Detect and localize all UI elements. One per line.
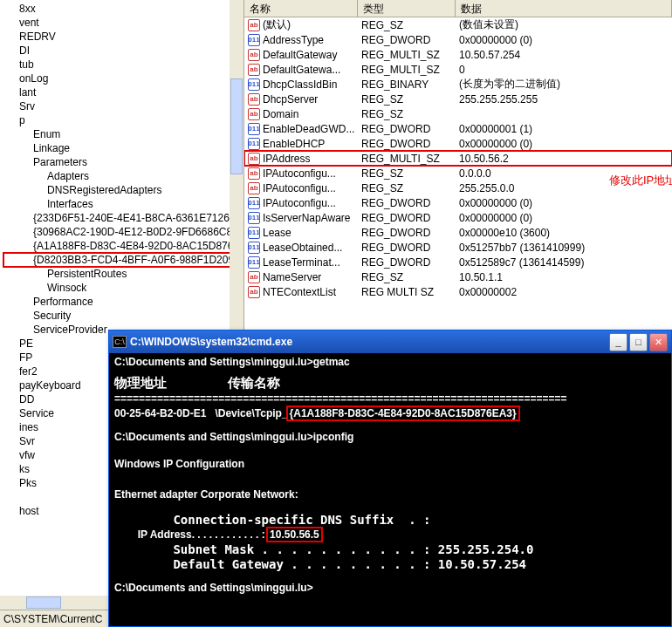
registry-value-row[interactable]: 011LeaseObtained...REG_DWORD0x51257bb7 (… (244, 240, 672, 255)
tree-item[interactable]: DNSRegisteredAdapters (3, 183, 243, 197)
value-type: REG_MULTI_SZ (358, 153, 456, 165)
string-value-icon: ab (248, 19, 260, 31)
binary-value-icon: 011 (248, 227, 260, 239)
tree-item[interactable]: DI (3, 44, 243, 58)
registry-value-row[interactable]: abIPAutoconfigu...REG_SZ255.255.0.0 (244, 181, 672, 195)
registry-value-row[interactable]: abDefaultGatewa...REG_MULTI_SZ0 (244, 62, 672, 77)
key-icon (19, 295, 33, 309)
key-icon (5, 351, 19, 365)
tree-item-label: ks (19, 462, 30, 476)
registry-value-row[interactable]: abNameServerREG_SZ10.50.1.1 (244, 269, 672, 284)
tree-item-label: Adapters (47, 169, 89, 183)
value-type: REG_SZ (358, 93, 456, 106)
tree-item[interactable]: tub (3, 58, 243, 72)
binary-value-icon: 011 (248, 212, 260, 224)
tree-item-label: onLog (19, 72, 48, 85)
value-type: REG_MULTI_SZ (358, 64, 456, 76)
value-name: Domain (263, 108, 298, 120)
tree-item[interactable]: Security (3, 309, 243, 323)
folder-icon (33, 267, 47, 281)
registry-value-row[interactable]: 011LeaseTerminat...REG_DWORD0x512589c7 (… (244, 255, 672, 269)
binary-value-icon: 011 (248, 242, 260, 254)
tree-item[interactable]: Adapters (3, 169, 243, 183)
registry-value-row[interactable]: 011IsServerNapAwareREG_DWORD0x00000000 (… (244, 210, 672, 225)
value-data: 0x00000000 (0) (456, 34, 672, 46)
tree-item[interactable]: PersistentRoutes (3, 267, 243, 281)
registry-value-row[interactable]: 011EnableDHCPREG_DWORD0x00000000 (0) (244, 136, 672, 151)
tree-item[interactable]: vent (3, 16, 243, 30)
value-name: AddressType (263, 34, 324, 46)
string-value-icon: ab (248, 167, 260, 180)
registry-value-row[interactable]: 011LeaseREG_DWORD0x00000e10 (3600) (244, 225, 672, 240)
value-type: REG_SZ (358, 271, 456, 283)
minimize-button[interactable]: _ (609, 333, 627, 351)
tree-item[interactable]: Performance (3, 295, 243, 309)
value-type: REG_DWORD (358, 256, 456, 269)
string-value-icon: ab (248, 153, 260, 165)
string-value-icon: ab (248, 108, 260, 120)
registry-value-row[interactable]: abDomainREG_SZ (244, 106, 672, 121)
registry-value-row[interactable]: abIPAutoconfigu...REG_SZ0.0.0.0 (244, 166, 672, 181)
key-icon (5, 406, 19, 420)
registry-value-row[interactable]: abNTEContextListREG MULTI SZ0x00000002 (244, 284, 672, 299)
key-icon (19, 309, 33, 323)
tree-item-label: {A1A188F8-D83C-4E84-92D0-8AC15D876EA3} (33, 239, 243, 253)
string-value-icon: ab (248, 49, 260, 61)
value-data: 10.50.57.254 (456, 49, 672, 61)
tree-item[interactable]: Winsock (3, 281, 243, 295)
value-type: REG_DWORD (358, 138, 456, 150)
key-icon (5, 420, 19, 434)
tree-item[interactable]: Srv (3, 99, 243, 113)
cmd-window[interactable]: C:\ C:\WINDOWS\system32\cmd.exe _ □ ✕ C:… (108, 330, 672, 627)
value-type: REG_DWORD (358, 227, 456, 239)
value-type: REG_DWORD (358, 212, 456, 224)
tree-item[interactable]: {A1A188F8-D83C-4E84-92D0-8AC15D876EA3} (3, 239, 243, 253)
value-name: NameServer (263, 271, 321, 283)
key-icon (5, 462, 19, 476)
registry-value-row[interactable]: ab(默认)REG_SZ(数值未设置) (244, 17, 672, 32)
value-data: 0x51257bb7 (1361410999) (456, 242, 672, 254)
binary-value-icon: 011 (248, 34, 260, 46)
tree-item[interactable]: {D8203BB3-FCD4-4BFF-A0F6-988F1D209F14} (3, 253, 243, 267)
tree-item[interactable]: Linkage (3, 141, 243, 155)
key-icon (19, 155, 33, 169)
value-data: 0x00000000 (0) (456, 138, 672, 150)
value-name: NTEContextList (263, 286, 336, 298)
header-type[interactable]: 类型 (358, 0, 456, 17)
tree-item[interactable]: onLog (3, 72, 243, 85)
tree-item[interactable]: REDRV (3, 30, 243, 44)
tree-item-label: tub (19, 58, 34, 72)
tree-item[interactable]: Parameters (3, 155, 243, 169)
registry-value-row[interactable]: 011EnableDeadGWD...REG_DWORD0x00000001 (… (244, 121, 672, 136)
tree-item[interactable]: p (3, 113, 243, 127)
key-icon (5, 448, 19, 462)
tree-item-label: Enum (33, 127, 60, 141)
value-data: 10.50.56.2 (456, 153, 672, 165)
registry-value-row[interactable]: 011DhcpClassIdBinREG_BINARY(长度为零的二进制值) (244, 77, 672, 92)
tree-item[interactable]: 8xx (3, 2, 243, 16)
tree-item[interactable]: Interfaces (3, 197, 243, 211)
tree-item-label: FP (19, 351, 32, 365)
value-name: (默认) (263, 17, 291, 32)
registry-value-row[interactable]: abDhcpServerREG_SZ255.255.255.255 (244, 92, 672, 106)
tree-item-label: REDRV (19, 30, 56, 44)
list-header[interactable]: 名称 类型 数据 (244, 0, 672, 17)
close-button[interactable]: ✕ (649, 333, 668, 351)
cmd-titlebar[interactable]: C:\ C:\WINDOWS\system32\cmd.exe _ □ ✕ (109, 331, 671, 353)
tree-item-label: Pks (19, 476, 37, 490)
maximize-button[interactable]: □ (629, 333, 648, 351)
registry-value-row[interactable]: 011IPAutoconfigu...REG_DWORD0x00000000 (… (244, 195, 672, 210)
tree-item[interactable]: lant (3, 85, 243, 99)
string-value-icon: ab (248, 93, 260, 106)
tree-item[interactable]: {233D6F51-240E-4E41-B8CA-6361E7126053} (3, 211, 243, 225)
key-icon (5, 337, 19, 351)
tree-item[interactable]: {30968AC2-190D-4E12-B0D2-9FD6686C835F} (3, 225, 243, 239)
tree-item-label: payKeyboard (19, 378, 81, 392)
cmd-icon: C:\ (113, 336, 127, 348)
registry-value-row[interactable]: abDefaultGatewayREG_MULTI_SZ10.50.57.254 (244, 47, 672, 62)
header-data[interactable]: 数据 (456, 0, 672, 17)
registry-value-row[interactable]: 011AddressTypeREG_DWORD0x00000000 (0) (244, 32, 672, 47)
tree-item[interactable]: Enum (3, 127, 243, 141)
header-name[interactable]: 名称 (244, 0, 358, 17)
registry-value-row[interactable]: abIPAddressREG_MULTI_SZ10.50.56.2 (244, 151, 672, 166)
